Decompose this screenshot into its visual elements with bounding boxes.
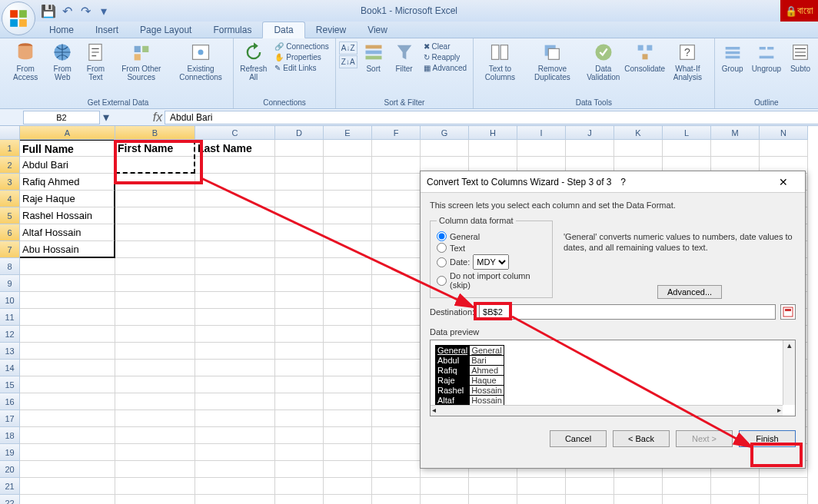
cell-F14[interactable]: [372, 360, 421, 376]
cell-E11[interactable]: [324, 309, 372, 326]
cell-E1[interactable]: [324, 140, 372, 157]
cell-H21[interactable]: [469, 478, 517, 495]
cell-B6[interactable]: [115, 224, 195, 241]
row-header-18[interactable]: 18: [0, 427, 20, 444]
cell-D18[interactable]: [275, 427, 324, 444]
cell-A12[interactable]: [20, 326, 115, 343]
cell-C18[interactable]: [195, 427, 275, 444]
cell-I21[interactable]: [517, 478, 566, 495]
tab-insert[interactable]: Insert: [85, 22, 129, 38]
advanced-button[interactable]: Advanced...: [657, 285, 722, 299]
cell-D20[interactable]: [275, 461, 324, 478]
cell-F5[interactable]: [372, 207, 421, 224]
cell-C6[interactable]: [195, 224, 275, 241]
advanced-filter-button[interactable]: ▦Advanced: [421, 63, 470, 73]
cell-D5[interactable]: [275, 207, 324, 224]
preview-hscroll[interactable]: ◂▸: [431, 405, 783, 416]
from-text-button[interactable]: From Text: [80, 40, 111, 83]
cell-F17[interactable]: [372, 410, 421, 427]
radio-general[interactable]: General: [437, 231, 546, 241]
cell-E4[interactable]: [324, 191, 372, 207]
cell-C8[interactable]: [195, 258, 275, 275]
cell-E13[interactable]: [324, 343, 372, 360]
cell-C4[interactable]: [195, 191, 275, 207]
cell-A14[interactable]: [20, 360, 115, 376]
cell-D7[interactable]: [275, 241, 324, 258]
row-header-14[interactable]: 14: [0, 360, 20, 376]
consolidate-button[interactable]: Consolidate: [627, 40, 663, 75]
col-header-H[interactable]: H: [469, 126, 517, 140]
cell-M22[interactable]: [711, 495, 760, 504]
cell-A21[interactable]: [20, 478, 115, 495]
row-header-11[interactable]: 11: [0, 309, 20, 326]
radio-general-input[interactable]: [437, 231, 447, 241]
cell-C11[interactable]: [195, 309, 275, 326]
cell-D6[interactable]: [275, 224, 324, 241]
col-header-A[interactable]: A: [20, 126, 115, 140]
cell-B12[interactable]: [115, 326, 195, 343]
subtotal-button[interactable]: Subto: [786, 40, 815, 75]
cell-F12[interactable]: [372, 326, 421, 343]
cell-C19[interactable]: [195, 444, 275, 461]
cell-D17[interactable]: [275, 410, 324, 427]
cell-B21[interactable]: [115, 478, 195, 495]
row-header-17[interactable]: 17: [0, 410, 20, 427]
tab-review[interactable]: Review: [305, 22, 357, 38]
col-header-C[interactable]: C: [195, 126, 275, 140]
cell-B17[interactable]: [115, 410, 195, 427]
cell-A9[interactable]: [20, 275, 115, 292]
cell-E12[interactable]: [324, 326, 372, 343]
col-header-D[interactable]: D: [275, 126, 324, 140]
row-header-13[interactable]: 13: [0, 343, 20, 360]
radio-skip-input[interactable]: [437, 276, 447, 286]
edit-links-button[interactable]: ✎Edit Links: [271, 63, 332, 73]
sort-desc-button[interactable]: Z↓A: [339, 55, 357, 68]
cell-B19[interactable]: [115, 444, 195, 461]
dialog-help-button[interactable]: ?: [612, 177, 635, 187]
row-header-12[interactable]: 12: [0, 326, 20, 343]
cell-A17[interactable]: [20, 410, 115, 427]
cell-D11[interactable]: [275, 309, 324, 326]
cell-G21[interactable]: [421, 478, 469, 495]
row-header-3[interactable]: 3: [0, 174, 20, 191]
cell-B5[interactable]: [115, 207, 195, 224]
cell-C22[interactable]: [195, 495, 275, 504]
cell-F18[interactable]: [372, 427, 421, 444]
reapply-button[interactable]: ↻Reapply: [421, 52, 470, 62]
cell-C13[interactable]: [195, 343, 275, 360]
dialog-close-button[interactable]: ✕: [768, 176, 799, 188]
cell-E8[interactable]: [324, 258, 372, 275]
cell-A15[interactable]: [20, 376, 115, 393]
cell-N22[interactable]: [760, 495, 808, 504]
cell-A16[interactable]: [20, 393, 115, 410]
whatif-button[interactable]: ?What-If Analysis: [664, 40, 711, 83]
formula-input[interactable]: Abdul Bari: [165, 111, 818, 124]
col-header-I[interactable]: I: [517, 126, 566, 140]
cell-F7[interactable]: [372, 241, 421, 258]
cell-B3[interactable]: [115, 174, 195, 191]
cell-D2[interactable]: [275, 157, 324, 174]
cell-E20[interactable]: [324, 461, 372, 478]
fx-button[interactable]: fx: [151, 111, 165, 124]
cell-L21[interactable]: [663, 478, 711, 495]
cell-F21[interactable]: [372, 478, 421, 495]
cell-B22[interactable]: [115, 495, 195, 504]
cell-D14[interactable]: [275, 360, 324, 376]
qat-customize-icon[interactable]: ▾: [95, 2, 112, 19]
cell-K21[interactable]: [614, 478, 663, 495]
cell-D3[interactable]: [275, 174, 324, 191]
cell-B15[interactable]: [115, 376, 195, 393]
cell-K22[interactable]: [614, 495, 663, 504]
sort-asc-button[interactable]: A↓Z: [339, 41, 357, 55]
cell-A19[interactable]: [20, 444, 115, 461]
cell-F6[interactable]: [372, 224, 421, 241]
cell-A18[interactable]: [20, 427, 115, 444]
row-header-6[interactable]: 6: [0, 224, 20, 241]
cell-A13[interactable]: [20, 343, 115, 360]
cell-E21[interactable]: [324, 478, 372, 495]
row-header-4[interactable]: 4: [0, 191, 20, 207]
cell-B14[interactable]: [115, 360, 195, 376]
radio-date-input[interactable]: [437, 257, 447, 267]
cell-A1[interactable]: Full Name: [20, 140, 115, 157]
cell-D19[interactable]: [275, 444, 324, 461]
